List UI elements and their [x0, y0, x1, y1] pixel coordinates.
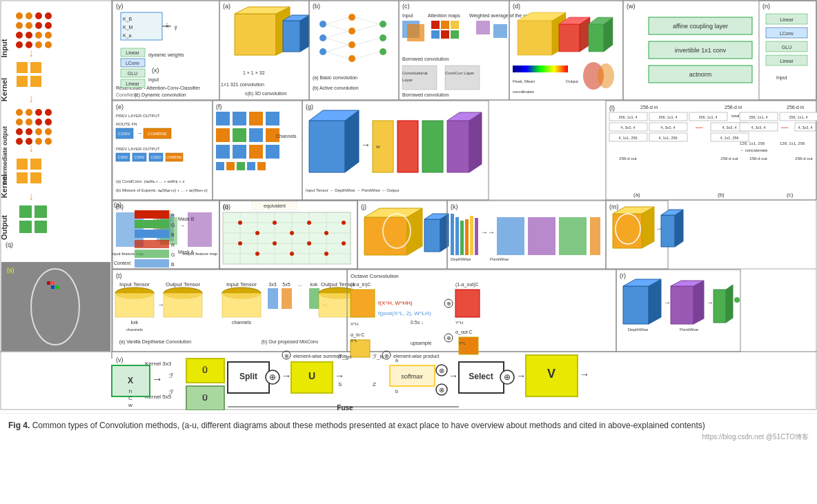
- svg-text:affine coupling layer: affine coupling layer: [673, 23, 728, 30]
- svg-text:•••••: •••••: [781, 125, 789, 130]
- svg-text:1 × 1 × 32: 1 × 1 × 32: [243, 70, 265, 75]
- svg-text:(v): (v): [116, 356, 124, 363]
- caption-text: Common types of Convolution methods, (a-…: [32, 421, 705, 430]
- svg-text:(l): (l): [609, 105, 615, 112]
- svg-rect-212: [249, 128, 263, 142]
- svg-text:ℱ: ℱ: [169, 372, 174, 379]
- svg-rect-219: [226, 162, 235, 170]
- svg-text:256-d out: 256-d out: [619, 157, 637, 161]
- svg-point-28: [26, 109, 32, 116]
- svg-text:GLU: GLU: [782, 45, 791, 50]
- svg-text:(p): (p): [114, 201, 121, 208]
- svg-text:G: G: [171, 223, 175, 228]
- svg-text:GLU: GLU: [128, 71, 137, 76]
- svg-text:(a): (a): [223, 3, 230, 10]
- svg-text:Mask A: Mask A: [178, 250, 194, 254]
- svg-rect-428: [455, 290, 480, 317]
- svg-rect-210: [216, 128, 230, 142]
- svg-point-42: [45, 138, 52, 145]
- svg-text:(y): (y): [116, 3, 124, 10]
- svg-text:Context: Context: [114, 261, 130, 265]
- svg-point-8: [26, 22, 32, 29]
- svg-rect-23: [17, 76, 28, 87]
- svg-text:a: a: [395, 358, 398, 363]
- svg-text:w: w: [128, 402, 132, 408]
- svg-rect-21: [17, 62, 28, 73]
- svg-text:coordinates: coordinates: [513, 90, 534, 94]
- svg-text:Split: Split: [239, 372, 257, 381]
- svg-rect-283: [497, 217, 524, 255]
- svg-text:upsample: upsample: [411, 341, 431, 346]
- svg-text:(a) Vanilla Depthwise Convolut: (a) Vanilla Depthwise Convolution: [119, 339, 192, 345]
- svg-rect-399: [222, 293, 261, 317]
- svg-text:Y^L: Y^L: [459, 341, 466, 345]
- svg-rect-24: [30, 76, 41, 87]
- svg-point-13: [35, 32, 42, 39]
- svg-text:→: →: [282, 370, 291, 381]
- svg-text:→: →: [516, 370, 526, 381]
- svg-rect-60: [51, 281, 55, 285]
- svg-point-382: [273, 241, 277, 245]
- caption-title: Fig 4.: [8, 421, 30, 430]
- svg-text:CONV: CONV: [151, 155, 161, 159]
- svg-rect-221: [247, 162, 255, 170]
- svg-text:256-d in: 256-d in: [725, 105, 742, 110]
- svg-rect-52: [35, 205, 47, 218]
- svg-text:X: X: [128, 376, 133, 385]
- svg-point-30: [45, 109, 52, 116]
- svg-marker-226: [309, 121, 345, 172]
- svg-text:Convolutional: Convolutional: [402, 71, 427, 75]
- svg-point-113: [380, 48, 386, 55]
- svg-rect-222: [257, 162, 266, 170]
- svg-text:(s): (s): [7, 267, 14, 274]
- svg-point-112: [380, 34, 386, 41]
- svg-text:(b) Our proposed MixConv: (b) Our proposed MixConv: [262, 339, 319, 345]
- svg-text:(c): (c): [787, 192, 794, 198]
- svg-rect-61: [55, 285, 59, 289]
- svg-point-14: [45, 32, 52, 39]
- svg-text:(o): (o): [223, 203, 230, 210]
- svg-rect-145: [445, 65, 480, 90]
- svg-text:↓: ↓: [28, 47, 34, 59]
- svg-text:element-wise summation: element-wise summation: [293, 354, 347, 359]
- svg-text:Octave Convolution: Octave Convolution: [351, 273, 399, 279]
- svg-rect-135: [451, 21, 459, 29]
- svg-text:Input: Input: [0, 39, 8, 57]
- svg-rect-275: [455, 217, 459, 255]
- svg-point-109: [348, 41, 355, 48]
- svg-point-15: [16, 41, 23, 48]
- svg-rect-136: [431, 30, 440, 39]
- svg-text:...: ...: [298, 282, 302, 287]
- svg-text:256, 1x1, 4: 256, 1x1, 4: [618, 115, 637, 119]
- svg-text:W: W: [376, 145, 380, 149]
- svg-text:Select: Select: [469, 372, 493, 381]
- svg-text:Input Tensor → DepthWise → Poi: Input Tensor → DepthWise → PointWise → O…: [306, 188, 400, 192]
- svg-text:G: G: [171, 252, 175, 257]
- svg-marker-156: [589, 24, 604, 52]
- svg-marker-339: [675, 210, 683, 247]
- svg-marker-235: [469, 112, 482, 172]
- svg-text:DepthWise: DepthWise: [451, 257, 471, 261]
- svg-text:b: b: [395, 389, 398, 394]
- watermark: https://blog.csdn.net @51CTO博客: [702, 432, 809, 442]
- svg-marker-437: [623, 286, 649, 324]
- svg-text:K_a: K_a: [123, 33, 132, 39]
- svg-text:4, 3x3, 4: 4, 3x3, 4: [798, 125, 812, 130]
- svg-point-377: [238, 221, 242, 225]
- svg-text:B: B: [171, 262, 175, 267]
- svg-text:→: →: [157, 301, 164, 308]
- svg-text:↓: ↓: [28, 92, 34, 104]
- svg-rect-46: [30, 159, 41, 170]
- svg-text:Linear: Linear: [126, 81, 139, 86]
- svg-point-381: [238, 241, 242, 245]
- svg-rect-139: [476, 21, 490, 34]
- svg-text:Linear: Linear: [780, 17, 794, 22]
- svg-text:α_out·C: α_out·C: [455, 330, 473, 335]
- svg-text:K_M: K_M: [123, 25, 133, 30]
- svg-marker-227: [345, 110, 359, 172]
- svg-text:(1-α_in)C: (1-α_in)C: [351, 282, 371, 288]
- svg-rect-133: [431, 21, 440, 29]
- svg-rect-216: [249, 145, 263, 159]
- svg-point-110: [348, 55, 355, 62]
- svg-text:→: →: [664, 299, 671, 306]
